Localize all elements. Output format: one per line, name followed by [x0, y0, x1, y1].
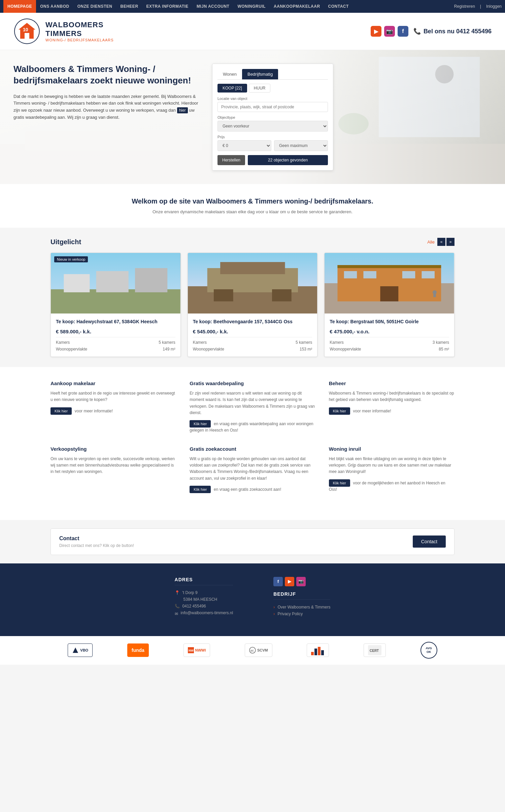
footer-main: ADRES 📍 't Dorp 9 5384 MA HEESCH 📞 0412 …: [50, 577, 454, 619]
footer-youtube-icon[interactable]: ▶: [285, 577, 294, 586]
price-max-select[interactable]: Geen maximum: [274, 140, 328, 151]
card-price-1: € 589.000,- k.k.: [56, 329, 175, 334]
partner-cert[interactable]: CERT: [364, 643, 386, 658]
svg-rect-32: [380, 286, 399, 301]
card-body-2: Te koop: Beethovengaarde 157, 5344CG Oss…: [188, 313, 317, 357]
woningruil-btn[interactable]: Klik hier: [329, 479, 350, 487]
uitgelicht-header: Uitgelicht Alle « »: [50, 238, 454, 246]
footer-instagram-icon[interactable]: 📷: [296, 577, 306, 586]
svg-rect-13: [64, 274, 90, 292]
logo-name-line1: WALBOOMERS: [45, 21, 114, 29]
svg-rect-29: [364, 271, 376, 279]
youtube-icon[interactable]: ▶: [371, 26, 381, 37]
card-badge-1: Nieuw in verkoop: [54, 256, 88, 262]
info-block-verkoopstyling: Verkoopstyling Om uw kans te vergroten o…: [50, 446, 176, 493]
logo-subtitle: WONING-/ BEDRIJFSMAKELAARS: [45, 38, 114, 42]
nav-contact[interactable]: CONTACT: [324, 0, 353, 13]
footer-phone-line: 📞 0412 455496: [175, 604, 233, 608]
uitgelicht-title: Uitgelicht: [50, 238, 81, 246]
zoekaccount-btn-suffix: en vraag een gratis zoekaccount aan!: [214, 487, 281, 492]
nav-mijn-account[interactable]: MIJN ACCOUNT: [193, 0, 234, 13]
alle-link[interactable]: Alle: [427, 239, 435, 245]
contact-bar: Contact Direct contact met ons? Klik op …: [50, 528, 454, 555]
logo-name-line2: TIMMERS: [45, 29, 114, 38]
property-card-3[interactable]: Te koop: Bergstraat 50N, 5051HC Goirle €…: [324, 253, 454, 357]
instagram-icon[interactable]: 📷: [384, 26, 395, 37]
property-card-2[interactable]: Te koop: Beethovengaarde 157, 5344CG Oss…: [188, 253, 318, 357]
register-link[interactable]: Registreren: [454, 4, 475, 9]
card-body-3: Te koop: Bergstraat 50N, 5051HC Goirle €…: [325, 313, 454, 357]
partner-vbo[interactable]: VBO: [68, 643, 93, 658]
contact-title: Contact: [59, 536, 134, 542]
nav-aankoopmakelaar[interactable]: AANKOOPMAKELAAR: [270, 0, 324, 13]
card-address-3: Te koop: Bergstraat 50N, 5051HC Goirle: [330, 319, 449, 325]
footer-privacy-text: Privacy Policy: [277, 612, 303, 616]
card-image-3: [325, 253, 454, 313]
login-link[interactable]: Inloggen: [486, 4, 502, 9]
hier-link[interactable]: hier: [177, 107, 188, 113]
kamers-value-1: 5 kamers: [159, 340, 175, 345]
search-panel: Wonen Bedrijfsmatig KOOP [22] HUUR Locat…: [212, 64, 333, 171]
welcome-section: Welkom op de site van Walboomers & Timme…: [0, 184, 505, 228]
beheer-btn[interactable]: Klik hier: [329, 407, 350, 415]
woon-value-3: 85 m²: [439, 347, 449, 352]
partner-nwwi[interactable]: NW NWWI: [183, 643, 210, 658]
kamers-value-3: 3 kamers: [433, 340, 449, 345]
svg-rect-21: [220, 262, 285, 274]
card-details-2: Kamers 5 kamers: [193, 337, 312, 345]
hero-body-text1: Dat de markt in beweging is hebben we de…: [13, 94, 198, 113]
nav-homepage[interactable]: HOMEPAGE: [3, 0, 36, 13]
card-image-2: [188, 253, 317, 313]
objecttype-select[interactable]: Geen voorkeur: [217, 121, 328, 132]
nav-onze-diensten[interactable]: ONZE DIENSTEN: [73, 0, 116, 13]
nav-ons-aanbod[interactable]: ONS AANBOD: [36, 0, 73, 13]
zoekaccount-btn[interactable]: Klik hier: [190, 486, 211, 493]
subtab-koop[interactable]: KOOP [22]: [217, 84, 247, 93]
partner-scvm[interactable]: SC SCVM: [245, 643, 272, 658]
search-tabs: Wonen Bedrijfsmatig: [217, 69, 328, 80]
contact-button[interactable]: Contact: [413, 536, 446, 548]
nav-beheer[interactable]: BEHEER: [116, 0, 142, 13]
facebook-icon[interactable]: f: [398, 26, 408, 37]
subtab-huur[interactable]: HUUR: [249, 84, 271, 93]
verkoopstyling-title: Verkoopstyling: [50, 446, 176, 452]
woningruil-title: Woning inruil: [329, 446, 454, 452]
partner-bars[interactable]: [307, 643, 329, 658]
svg-rect-15: [96, 271, 129, 292]
svg-rect-42: [318, 647, 321, 655]
property-card-1[interactable]: Nieuw in verkoop Te koop: Hadewychstraat…: [50, 253, 181, 357]
logo-area[interactable]: 10 WALBOOMERS TIMMERS WONING-/ BEDRIJFSM…: [13, 18, 114, 45]
partner-avg[interactable]: AVG OK: [420, 643, 437, 658]
header-right: ▶ 📷 f 📞 Bel ons nu 0412 455496: [371, 26, 492, 37]
svg-marker-35: [73, 648, 78, 653]
top-navigation: HOMEPAGE ONS AANBOD ONZE DIENSTEN BEHEER…: [0, 0, 505, 13]
svg-text:SC: SC: [250, 650, 254, 652]
nav-extra-informatie[interactable]: EXTRA INFORMATIE: [142, 0, 193, 13]
woningruil-body: Het blijkt vaak een flinke uitdaging om …: [329, 456, 454, 475]
nav-woningruil[interactable]: WONINGRUIL: [233, 0, 270, 13]
site-footer: ADRES 📍 't Dorp 9 5384 MA HEESCH 📞 0412 …: [0, 563, 505, 636]
location-input[interactable]: [217, 102, 328, 112]
contact-subtitle: Direct contact met ons? Klik op de butto…: [59, 543, 134, 548]
svg-rect-12: [51, 289, 180, 313]
next-arrow[interactable]: »: [446, 238, 454, 246]
reset-button[interactable]: Herstellen: [217, 155, 245, 165]
aankoop-btn[interactable]: Klik hier: [50, 407, 72, 415]
prev-arrow[interactable]: «: [437, 238, 445, 246]
footer-email[interactable]: info@walboomers-timmers.nl: [181, 611, 233, 615]
card-body-1: Te koop: Hadewychstraat 67, 5384GK Heesc…: [51, 313, 180, 357]
price-min-select[interactable]: € 0: [217, 140, 271, 151]
footer-over-link[interactable]: › Over Walboomers & Timmers: [273, 605, 330, 610]
tab-wonen[interactable]: Wonen: [217, 69, 242, 79]
footer-privacy-link[interactable]: › Privacy Policy: [273, 612, 330, 616]
phone-number: Bel ons nu 0412 455496: [424, 28, 492, 35]
tab-bedrijfsmatig[interactable]: Bedrijfsmatig: [242, 69, 278, 79]
arrow-icon-1: ›: [273, 605, 275, 610]
footer-bedrijf: f ▶ 📷 BEDRIJF › Over Walboomers & Timmer…: [273, 577, 330, 619]
waardebepaling-btn[interactable]: Klik hier: [190, 420, 211, 428]
partner-funda[interactable]: funda: [127, 643, 149, 658]
footer-facebook-icon[interactable]: f: [273, 577, 283, 586]
location-label: Locatie van object: [217, 97, 328, 101]
search-button[interactable]: 22 objecten gevonden: [248, 155, 328, 165]
cert-logo: CERT: [364, 643, 386, 657]
